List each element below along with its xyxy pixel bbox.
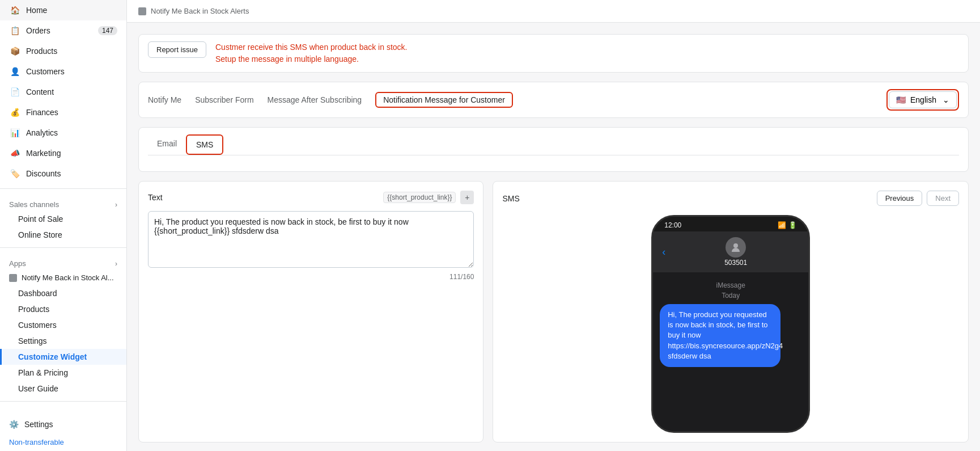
sidebar-sub-user-guide[interactable]: User Guide [0,381,126,397]
content-icon: 📄 [9,86,20,98]
sidebar-item-label: Discounts [26,169,61,178]
sidebar: 🏠 Home 📋 Orders 147 📦 Products 👤 Custome… [0,0,127,451]
message-bubble: Hi, The product you requested is now bac… [660,304,780,367]
sidebar-item-marketing[interactable]: 📣 Marketing [0,143,126,163]
contact-number: 503501 [724,259,747,267]
contact-avatar [726,237,746,258]
char-count: 111/160 [148,273,474,281]
tag-value: {{short_product_link}} [383,192,456,203]
sidebar-item-label: Customers [26,67,65,76]
sidebar-item-products[interactable]: 📦 Products [0,41,126,61]
sidebar-item-label: Home [26,6,47,15]
products-icon: 📦 [9,45,20,57]
imessage-label: iMessage [660,281,801,289]
message-text-area[interactable]: Hi, The product you requested is now bac… [148,211,474,268]
sidebar-item-content[interactable]: 📄 Content [0,82,126,102]
sidebar-item-label: Content [26,87,54,96]
sidebar-sub-customize-widget[interactable]: Customize Widget [0,349,126,365]
wifi-icon: 📶 [778,221,786,229]
chevron-down-icon: ⌄ [943,95,949,104]
sidebar-sub-customers[interactable]: Customers [0,317,126,333]
nav-buttons: Previous Next [877,191,959,206]
messages-area: iMessage Today Hi, The product you reque… [653,272,808,431]
analytics-icon: 📊 [9,127,20,138]
top-bar: Report issue Custmer receive this SMS wh… [138,34,969,73]
breadcrumb-text: Notify Me Back in Stock Alerts [151,7,249,15]
settings-icon: ⚙️ [9,420,19,429]
text-label: Text [148,193,163,202]
sidebar-sub-dashboard[interactable]: Dashboard [0,285,126,301]
content-area: Report issue Custmer receive this SMS wh… [127,23,980,451]
chevron-right-icon: › [115,260,117,268]
today-label: Today [660,292,801,300]
main-content: Notify Me Back in Stock Alerts Report is… [127,0,980,451]
orders-icon: 📋 [9,25,20,36]
contact-header: ‹ 503501 [653,231,808,272]
phone-status-bar: 12:00 📶 🔋 [653,217,808,231]
back-arrow-icon[interactable]: ‹ [662,246,665,258]
sidebar-sub-plan-pricing[interactable]: Plan & Pricing [0,365,126,381]
language-label: English [910,95,936,104]
message-type-tabs-container: Email SMS [138,127,969,172]
discounts-icon: 🏷️ [9,168,20,179]
language-select[interactable]: 🇺🇸 English ⌄ [889,91,957,108]
tab-message-after-subscribing[interactable]: Message After Subscribing [268,93,362,107]
sidebar-item-label: Analytics [26,128,58,137]
svg-point-0 [733,243,738,248]
report-issue-button[interactable]: Report issue [148,41,206,58]
chevron-right-icon: › [115,201,117,209]
sidebar-app-notify[interactable]: Notify Me Back in Stock Al... [0,270,126,285]
sidebar-sub-settings[interactable]: Settings [0,333,126,349]
warning-line2: Setup the message in multiple language. [215,53,407,65]
sidebar-item-label: Orders [26,26,50,35]
sidebar-item-finances[interactable]: 💰 Finances [0,102,126,123]
phone-mockup: 12:00 📶 🔋 ‹ [651,215,810,433]
tab-sms[interactable]: SMS [186,134,223,155]
sidebar-nav: 🏠 Home 📋 Orders 147 📦 Products 👤 Custome… [0,0,126,184]
sidebar-non-transferable[interactable]: Non-transferable [0,433,126,451]
sales-channels-section: Sales channels › [0,193,126,211]
tab-notification-message[interactable]: Notification Message for Customer [375,92,513,108]
text-panel-header: Text {{short_product_link}} + [148,191,474,204]
sidebar-item-pos[interactable]: Point of Sale [0,211,126,227]
apps-section: Apps › [0,252,126,270]
sidebar-item-label: Products [26,47,57,56]
battery-icon: 🔋 [788,221,797,229]
text-panel: Text {{short_product_link}} + Hi, The pr… [138,181,483,442]
orders-badge: 147 [98,26,117,35]
marketing-icon: 📣 [9,147,20,159]
tab-nav-left: Notify Me Subscriber Form Message After … [148,92,513,108]
previous-button[interactable]: Previous [877,191,923,206]
next-button[interactable]: Next [927,191,959,206]
app-icon [9,274,17,282]
sidebar-item-label: Marketing [26,149,61,158]
sidebar-item-online-store[interactable]: Online Store [0,227,126,243]
sms-panel: SMS Previous Next 12:00 📶 🔋 [493,181,969,442]
home-icon: 🏠 [9,5,20,16]
add-tag-button[interactable]: + [460,191,474,204]
sidebar-item-analytics[interactable]: 📊 Analytics [0,123,126,143]
breadcrumb-icon [138,7,146,15]
sms-panel-title: SMS [502,194,519,203]
phone-status-icons: 📶 🔋 [778,221,797,229]
flag-icon: 🇺🇸 [896,95,906,104]
message-type-tabs: Email SMS [148,134,959,155]
sidebar-sub-products[interactable]: Products [0,301,126,317]
warning-text: Custmer receive this SMS when product ba… [215,41,407,65]
sidebar-settings[interactable]: ⚙️ Settings [0,415,126,433]
tab-notify-me[interactable]: Notify Me [148,93,181,107]
tab-navigation: Notify Me Subscriber Form Message After … [138,82,969,118]
sidebar-item-customers[interactable]: 👤 Customers [0,61,126,82]
tab-subscriber-form[interactable]: Subscriber Form [195,93,253,107]
sms-panel-header: SMS Previous Next [502,191,959,206]
warning-line1: Custmer receive this SMS when product ba… [215,41,407,53]
sidebar-item-orders[interactable]: 📋 Orders 147 [0,20,126,41]
tab-email[interactable]: Email [148,134,186,155]
sidebar-item-discounts[interactable]: 🏷️ Discounts [0,163,126,184]
phone-time: 12:00 [664,221,681,229]
breadcrumb: Notify Me Back in Stock Alerts [127,0,980,23]
customers-icon: 👤 [9,66,20,77]
panels: Text {{short_product_link}} + Hi, The pr… [138,181,969,442]
contact-info: 503501 [672,237,799,267]
sidebar-item-home[interactable]: 🏠 Home [0,0,126,20]
